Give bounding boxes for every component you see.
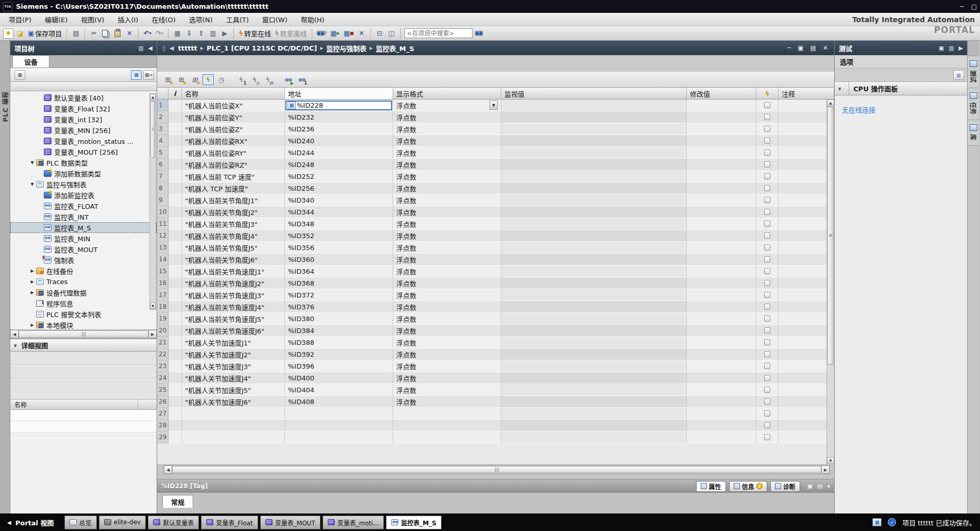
comment-cell[interactable] [779,301,834,313]
simulation-icon[interactable]: ▶ [219,28,230,39]
breadcrumb-item[interactable]: PLC_1 [CPU 1215C DC/DC/DC] [207,44,317,52]
comment-cell[interactable] [779,337,834,349]
modify-value-cell[interactable] [687,420,756,432]
menu-item[interactable]: 窗口(W) [256,14,294,24]
comment-cell[interactable] [779,218,834,230]
modify-value-cell[interactable] [687,218,756,230]
tag-name-cell[interactable]: "机器人当前关节角速度J2" [182,277,285,289]
modify-value-cell[interactable] [687,313,756,325]
modify-value-cell[interactable] [687,277,756,289]
collapse-arrow-icon[interactable]: ▶ [28,279,36,284]
tree-item[interactable]: 程序信息 [10,298,157,309]
address-cell[interactable]: %ID384 [285,325,393,337]
menu-item[interactable]: 编辑(E) [38,14,74,24]
comment-cell[interactable] [779,266,834,277]
go-offline-button[interactable]: ϟ转至离线 [274,28,308,39]
breadcrumb-item[interactable]: tttttt [178,44,197,52]
tag-name-cell[interactable]: "机器人当前位姿X" [182,99,285,111]
display-format-cell[interactable]: 浮点数 [393,349,501,360]
display-format-cell[interactable]: 浮点数 [393,254,501,266]
comment-cell[interactable] [779,230,834,242]
address-cell[interactable]: %ID252 [285,171,393,182]
taskbar-button[interactable]: elite-dev [99,516,146,529]
column-header-modify[interactable]: 修改值 [687,88,756,99]
display-format-cell[interactable]: 浮点数 [393,206,501,218]
comment-cell[interactable] [779,349,834,360]
memory-icon[interactable]: ▥ [208,28,218,39]
scroll-left-icon[interactable]: ◀ [164,466,172,474]
view-options-icon[interactable]: ▦ [131,70,142,80]
column-header-modify-bolt[interactable]: ϟ [756,88,779,99]
table-row[interactable]: 17"机器人当前关节角速度J3"%ID372浮点数 [157,289,834,301]
modify-checkbox[interactable] [764,422,770,428]
comment-cell[interactable] [779,408,834,420]
properties-button[interactable]: 属性 [696,481,726,492]
tree-settings-icon[interactable]: ▦ [14,70,25,80]
modify-value-cell[interactable] [687,171,756,182]
tag-name-cell[interactable]: "机器人当前关节角度J6" [182,254,285,266]
breadcrumb-item[interactable]: 监控与强制表 [326,43,366,53]
collapse-arrow-icon[interactable]: ▶ [28,290,36,295]
stop-modify-icon[interactable]: ϟ∅ [262,74,274,85]
comment-cell[interactable] [779,206,834,218]
modify-value-cell[interactable] [687,99,756,111]
address-editor[interactable]: ▦ [285,101,392,110]
modify-checkbox[interactable] [764,434,770,440]
modify-checkbox[interactable] [764,327,770,334]
comment-cell[interactable] [779,123,834,135]
modify-value-cell[interactable] [687,230,756,242]
tab-devices[interactable]: 设备 [12,55,49,68]
tree-item[interactable]: 默认变量表 [40] [10,92,157,103]
go-online-button[interactable]: ϟ转至在线 [238,28,272,39]
modify-once-icon[interactable]: ϟ1 [235,74,247,85]
address-cell[interactable]: %ID392 [285,349,393,360]
comment-cell[interactable] [779,99,834,111]
upload-icon[interactable]: ⇧ [196,28,206,39]
scroll-right-icon[interactable]: ▶ [821,466,830,474]
modify-checkbox[interactable] [764,233,770,239]
modify-value-cell[interactable] [687,337,756,349]
address-cell[interactable]: %ID400 [285,372,393,384]
portal-view-button[interactable]: ◀ Portal 视图 [4,518,62,527]
download-icon[interactable]: ⇩ [184,28,194,39]
table-vertical-scrollbar[interactable]: ▲ ▼ [826,99,834,464]
comment-cell[interactable] [779,360,834,372]
table-row[interactable]: 4"机器人当前位姿RX"%ID240浮点数 [157,135,834,147]
tag-name-cell[interactable]: "机器人当前位姿Y" [182,111,285,123]
tag-name-cell[interactable]: "机器人当前位姿RX" [182,135,285,147]
panel-float-icon[interactable]: ▣ [939,45,944,52]
accessible-devices-icon[interactable]: ? [316,28,328,39]
tree-item[interactable]: 变量表_int [32] [10,114,157,125]
tree-item[interactable]: 监控表_M_S [10,222,157,233]
comment-cell[interactable] [779,135,834,147]
modify-value-cell[interactable] [687,408,756,420]
modify-value-cell[interactable] [687,384,756,396]
modify-checkbox[interactable] [764,185,770,191]
taskbar-button[interactable]: 变量表_MOUT [260,516,320,529]
comment-cell[interactable] [779,111,834,123]
modify-value-cell[interactable] [687,372,756,384]
table-row[interactable]: 3"机器人当前位姿Z"%ID236浮点数 [157,123,834,135]
panel-collapse-icon[interactable]: ◀ [148,45,153,52]
table-row[interactable]: 18"机器人当前关节角速度J4"%ID376浮点数 [157,301,834,313]
tree-item[interactable]: 添加新监控表 [10,190,157,201]
display-format-cell[interactable]: 浮点数 [393,384,501,396]
comment-cell[interactable] [779,242,834,254]
split-editor-vertical-icon[interactable]: ◫ [386,28,397,39]
table-row[interactable]: 19"机器人当前关节角速度J5"%ID380浮点数 [157,313,834,325]
display-format-cell[interactable]: 浮点数 [393,266,501,277]
modify-checkbox[interactable] [764,209,770,215]
collapse-arrow-icon[interactable]: ▶ [28,269,36,273]
address-cell[interactable]: %ID244 [285,147,393,159]
tag-name-cell[interactable] [182,432,285,443]
display-format-cell[interactable]: 浮点数 [393,337,501,349]
column-header-monitor[interactable]: 监视值 [501,88,687,99]
tag-name-cell[interactable]: "机器人关节加速度J1" [182,337,285,349]
address-cell[interactable]: %ID372 [285,289,393,301]
tag-name-cell[interactable]: "机器人关节加速度J2" [182,349,285,360]
scroll-left-icon[interactable]: ◀ [10,330,19,338]
display-format-cell[interactable]: 浮点数 [393,111,501,123]
display-format-cell[interactable]: 浮点数 [393,171,501,182]
display-format-cell[interactable] [393,420,501,432]
tag-name-cell[interactable]: "机器人关节加速度J6" [182,396,285,408]
